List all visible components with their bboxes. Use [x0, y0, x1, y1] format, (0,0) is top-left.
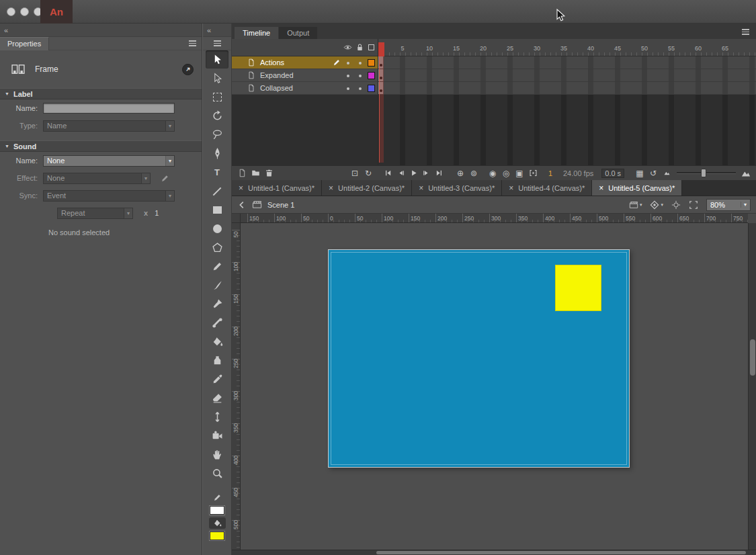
- playhead[interactable]: [378, 42, 384, 56]
- camera-tool[interactable]: [206, 427, 228, 445]
- tab-properties[interactable]: Properties: [0, 37, 49, 50]
- show-hide-column-icon[interactable]: [343, 43, 352, 52]
- brush-tool[interactable]: [206, 276, 228, 294]
- zoom-in-frames-icon[interactable]: [740, 167, 752, 179]
- bone-tool[interactable]: [206, 314, 228, 332]
- collapse-panel-icon[interactable]: «: [207, 26, 211, 34]
- horizontal-scrollbar[interactable]: [232, 550, 756, 555]
- document-tab[interactable]: Untitled-3 (Canvas)*: [412, 180, 502, 196]
- timeline-zoom-slider[interactable]: [677, 172, 736, 174]
- document-tab[interactable]: Untitled-5 (Canvas)*: [592, 180, 682, 196]
- layer-outline-color[interactable]: [368, 85, 375, 92]
- step-back-button[interactable]: [395, 167, 407, 179]
- subselection-tool[interactable]: [206, 69, 228, 87]
- edit-sound-envelope-button[interactable]: [157, 172, 172, 184]
- layer-frames[interactable]: [378, 56, 756, 69]
- tab-timeline[interactable]: Timeline: [235, 27, 278, 39]
- layer-row[interactable]: Expanded: [232, 69, 756, 82]
- edit-scene-button[interactable]: ▾: [629, 200, 642, 210]
- selection-tool[interactable]: [206, 50, 228, 69]
- document-tab[interactable]: Untitled-4 (Canvas)*: [502, 180, 592, 196]
- onion-skin-button[interactable]: ◉: [487, 167, 499, 179]
- sound-name-select[interactable]: None ▾: [43, 155, 175, 167]
- titlebar[interactable]: An: [0, 0, 756, 24]
- eraser-tool[interactable]: [206, 389, 228, 407]
- document-tab[interactable]: Untitled-1 (Canvas)*: [232, 180, 322, 196]
- sound-sync-select[interactable]: Event ▾: [43, 190, 175, 202]
- help-button[interactable]: ➔: [182, 64, 194, 75]
- layer-lock-dot[interactable]: [359, 75, 362, 77]
- back-button[interactable]: [237, 200, 247, 210]
- vertical-scrollbar-thumb[interactable]: [750, 339, 755, 376]
- polystar-tool[interactable]: [206, 239, 228, 257]
- layer-frames[interactable]: [378, 82, 756, 95]
- layer-lock-dot[interactable]: [359, 62, 362, 65]
- sound-effect-select[interactable]: None ▾: [43, 173, 151, 184]
- layer-name-cell[interactable]: Collapsed: [232, 82, 378, 95]
- tab-output[interactable]: Output: [279, 27, 317, 39]
- delete-layer-button[interactable]: [263, 167, 275, 179]
- rectangle-tool[interactable]: [206, 201, 228, 219]
- frame-label-name-input[interactable]: [43, 103, 175, 114]
- layer-frames[interactable]: [378, 69, 756, 82]
- window-minimize-button[interactable]: [20, 7, 29, 16]
- layer-row[interactable]: Actions: [232, 56, 756, 69]
- paint-brush-tool[interactable]: [206, 295, 228, 313]
- text-tool[interactable]: T: [206, 163, 228, 181]
- free-transform-tool[interactable]: [206, 88, 228, 106]
- collapse-panel-icon[interactable]: «: [4, 26, 8, 34]
- current-frame-indicator[interactable]: 1: [546, 169, 555, 177]
- width-tool[interactable]: [206, 408, 228, 426]
- timeline-empty-area[interactable]: [232, 95, 756, 165]
- outline-column-icon[interactable]: [368, 44, 374, 50]
- properties-menu-icon[interactable]: [189, 40, 196, 46]
- tools-menu-icon[interactable]: [214, 40, 221, 46]
- clip-content-button[interactable]: [689, 200, 698, 210]
- close-tab-icon[interactable]: [419, 183, 423, 193]
- step-forward-button[interactable]: [421, 167, 432, 179]
- label-section-header[interactable]: ▼ Label: [0, 88, 202, 99]
- center-stage-button[interactable]: [671, 200, 681, 210]
- edit-multiple-frames-button[interactable]: ▣: [513, 167, 526, 179]
- timeline-view-options-button[interactable]: ▦: [634, 167, 646, 179]
- timeline-menu-icon[interactable]: [742, 29, 749, 35]
- insert-keyframe-button[interactable]: ⊕: [454, 167, 466, 179]
- insert-blank-keyframe-button[interactable]: ⊚: [468, 167, 480, 179]
- layer-outline-color[interactable]: [368, 59, 375, 67]
- layer-outline-color[interactable]: [368, 72, 375, 79]
- center-frame-button[interactable]: ⊡: [349, 167, 361, 179]
- go-to-last-frame-button[interactable]: [433, 167, 445, 179]
- pen-tool[interactable]: [206, 144, 228, 163]
- close-tab-icon[interactable]: [239, 183, 243, 193]
- frame-ruler[interactable]: 5101520253035404550556065: [232, 39, 756, 56]
- vertical-scrollbar[interactable]: [748, 223, 756, 550]
- scene-name[interactable]: Scene 1: [267, 201, 294, 209]
- eyedropper-tool[interactable]: [206, 370, 228, 388]
- layer-name-cell[interactable]: Actions: [232, 56, 378, 69]
- label-type-select[interactable]: Name ▾: [43, 120, 175, 132]
- canvas[interactable]: [241, 223, 748, 550]
- close-tab-icon[interactable]: [599, 183, 603, 193]
- onion-skin-outlines-button[interactable]: ◎: [500, 167, 512, 179]
- sound-repeat-select[interactable]: Repeat ▾: [57, 208, 133, 219]
- fill-color-swatch[interactable]: [210, 531, 224, 540]
- zoom-select[interactable]: 80% ▾: [706, 199, 751, 211]
- hand-tool[interactable]: [206, 445, 228, 464]
- go-to-first-frame-button[interactable]: [382, 167, 394, 179]
- layer-visibility-dot[interactable]: [347, 87, 349, 90]
- layer-lock-dot[interactable]: [359, 87, 362, 90]
- zoom-out-frames-icon[interactable]: [661, 167, 673, 179]
- stage[interactable]: [328, 249, 630, 468]
- edit-symbols-button[interactable]: ▾: [650, 200, 663, 210]
- yellow-rectangle[interactable]: [555, 265, 601, 311]
- new-layer-button[interactable]: [236, 167, 248, 179]
- repeat-count-value[interactable]: 1: [155, 209, 159, 217]
- zoom-tool[interactable]: [206, 464, 228, 482]
- 3d-rotation-tool[interactable]: [206, 107, 228, 125]
- lock-column-icon[interactable]: [355, 43, 364, 52]
- document-tab[interactable]: Untitled-2 (Canvas)*: [322, 180, 412, 196]
- sound-section-header[interactable]: ▼ Sound: [0, 140, 202, 152]
- new-folder-button[interactable]: [249, 167, 261, 179]
- layer-name-cell[interactable]: Expanded: [232, 69, 378, 82]
- paint-bucket-tool[interactable]: [206, 333, 228, 351]
